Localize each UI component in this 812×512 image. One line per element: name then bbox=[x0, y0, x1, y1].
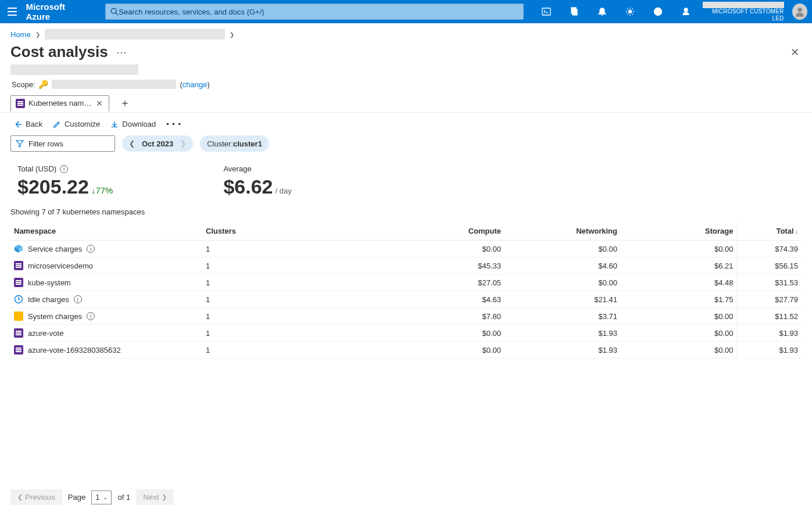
storage-cell: $4.48 bbox=[621, 274, 737, 291]
storage-cell: $1.75 bbox=[621, 291, 737, 308]
brand[interactable]: Microsoft Azure bbox=[26, 2, 88, 22]
info-icon[interactable]: i bbox=[87, 245, 95, 253]
filter-icon bbox=[16, 139, 24, 148]
notifications-icon[interactable] bbox=[591, 0, 613, 23]
tenant-info[interactable]: MICROSOFT CUSTOMER LED bbox=[703, 2, 784, 22]
avg-value: $6.62 bbox=[223, 176, 273, 198]
table-row[interactable]: Idle charges i1$4.63$21.41$1.75$27.79 bbox=[10, 291, 802, 308]
total-cell: $56.15 bbox=[737, 257, 802, 274]
table-row[interactable]: System charges i1$7.80$3.71$0.00$11.52 bbox=[10, 308, 802, 325]
scope-change-link[interactable]: change bbox=[183, 80, 208, 89]
settings-icon[interactable] bbox=[619, 0, 641, 23]
global-search[interactable] bbox=[105, 3, 524, 20]
clusters-cell: 1 bbox=[202, 257, 307, 274]
user-avatar[interactable] bbox=[792, 3, 808, 20]
namespace-name: kube-system bbox=[28, 278, 71, 287]
back-button[interactable]: Back bbox=[14, 120, 42, 128]
col-total[interactable]: Total↓ bbox=[737, 222, 802, 241]
col-storage[interactable]: Storage bbox=[621, 222, 737, 241]
scope-label: Scope: bbox=[12, 80, 35, 89]
month-next-button: ❯ bbox=[178, 138, 188, 149]
more-actions-button[interactable]: ⋯ bbox=[116, 46, 127, 59]
table-row[interactable]: kube-system1$27.05$0.00$4.48$31.53 bbox=[10, 274, 802, 291]
month-picker: ❮ Oct 2023 ❯ bbox=[122, 135, 193, 152]
total-cell: $31.53 bbox=[737, 274, 802, 291]
scope-row: Scope: 🔑 (change) bbox=[0, 80, 812, 94]
breadcrumb-home[interactable]: Home bbox=[10, 30, 31, 39]
svg-point-12 bbox=[657, 14, 658, 15]
tab-kubernetes-namespaces[interactable]: Kubernetes nam… ✕ bbox=[10, 95, 109, 112]
clusters-cell: 1 bbox=[202, 325, 307, 342]
feedback-icon[interactable] bbox=[675, 0, 697, 23]
clusters-cell: 1 bbox=[202, 308, 307, 325]
chevron-right-icon: ❯ bbox=[33, 31, 42, 38]
help-icon[interactable] bbox=[647, 0, 669, 23]
table-row[interactable]: Service charges i1$0.00$0.00$0.00$74.39 bbox=[10, 241, 802, 257]
folder-icon bbox=[14, 312, 23, 321]
col-namespace[interactable]: Namespace bbox=[10, 222, 202, 241]
search-input[interactable] bbox=[119, 8, 518, 16]
compute-cell: $0.00 bbox=[307, 325, 505, 342]
storage-cell: $0.00 bbox=[621, 342, 737, 359]
storage-cell: $0.00 bbox=[621, 325, 737, 342]
cloud-shell-icon[interactable] bbox=[535, 0, 557, 23]
clusters-cell: 1 bbox=[202, 342, 307, 359]
month-label[interactable]: Oct 2023 bbox=[142, 139, 173, 148]
namespace-name: Idle charges bbox=[28, 295, 69, 304]
total-cell: $1.93 bbox=[737, 325, 802, 342]
namespace-name: azure-vote-1693280385632 bbox=[28, 346, 121, 355]
scope-value-redacted[interactable] bbox=[52, 80, 176, 89]
compute-cell: $7.80 bbox=[307, 308, 505, 325]
namespace-name: Service charges bbox=[28, 245, 82, 253]
trend-down: ↓77% bbox=[91, 185, 113, 195]
col-networking[interactable]: Networking bbox=[505, 222, 621, 241]
svg-point-13 bbox=[684, 8, 688, 12]
svg-point-3 bbox=[112, 8, 117, 13]
table-row[interactable]: azure-vote-16932803856321$0.00$1.93$0.00… bbox=[10, 342, 802, 359]
svg-rect-8 bbox=[573, 9, 577, 15]
svg-rect-5 bbox=[542, 8, 550, 15]
filter-rows-input[interactable]: Filter rows bbox=[10, 135, 115, 152]
month-prev-button[interactable]: ❮ bbox=[127, 138, 137, 149]
svg-rect-0 bbox=[8, 8, 17, 9]
command-overflow-button[interactable]: • • • bbox=[166, 120, 181, 128]
table-row[interactable]: microservicesdemo1$45.33$4.60$6.21$56.15 bbox=[10, 257, 802, 274]
customize-button[interactable]: Customize bbox=[53, 120, 100, 128]
networking-cell: $1.93 bbox=[505, 342, 621, 359]
cluster-filter-pill[interactable]: Cluster: cluster1 bbox=[200, 135, 269, 152]
directories-icon[interactable] bbox=[563, 0, 585, 23]
service-cube-icon bbox=[14, 244, 23, 253]
col-compute[interactable]: Compute bbox=[307, 222, 505, 241]
tab-add-button[interactable]: ＋ bbox=[117, 94, 133, 112]
svg-point-14 bbox=[797, 8, 802, 12]
table-row[interactable]: azure-vote1$0.00$1.93$0.00$1.93 bbox=[10, 325, 802, 342]
hamburger-menu[interactable] bbox=[5, 0, 20, 23]
namespace-icon bbox=[14, 278, 23, 287]
download-button[interactable]: Download bbox=[110, 120, 156, 128]
svg-rect-2 bbox=[8, 15, 17, 16]
tab-close-button[interactable]: ✕ bbox=[95, 99, 104, 108]
close-blade-button[interactable]: ✕ bbox=[790, 46, 799, 59]
tab-label: Kubernetes nam… bbox=[28, 99, 91, 108]
info-icon[interactable]: i bbox=[74, 295, 82, 303]
namespace-icon bbox=[14, 345, 23, 355]
networking-cell: $4.60 bbox=[505, 257, 621, 274]
col-clusters[interactable]: Clusters bbox=[202, 222, 307, 241]
namespace-cost-table: Namespace Clusters Compute Networking St… bbox=[10, 222, 802, 359]
compute-cell: $4.63 bbox=[307, 291, 505, 308]
clusters-cell: 1 bbox=[202, 274, 307, 291]
clusters-cell: 1 bbox=[202, 291, 307, 308]
networking-cell: $3.71 bbox=[505, 308, 621, 325]
namespace-icon bbox=[16, 99, 25, 108]
compute-cell: $0.00 bbox=[307, 342, 505, 359]
info-icon[interactable]: i bbox=[87, 312, 95, 320]
summary-total: Total (USD) i $205.22 ↓77% bbox=[17, 164, 113, 198]
info-icon[interactable]: i bbox=[60, 165, 68, 173]
summary-average: Average $6.62 / day bbox=[223, 164, 291, 198]
storage-cell: $0.00 bbox=[621, 308, 737, 325]
storage-cell: $0.00 bbox=[621, 241, 737, 257]
sort-desc-icon: ↓ bbox=[795, 228, 799, 235]
storage-cell: $6.21 bbox=[621, 257, 737, 274]
breadcrumb-item-redacted[interactable] bbox=[45, 29, 225, 40]
namespace-icon bbox=[14, 328, 23, 338]
